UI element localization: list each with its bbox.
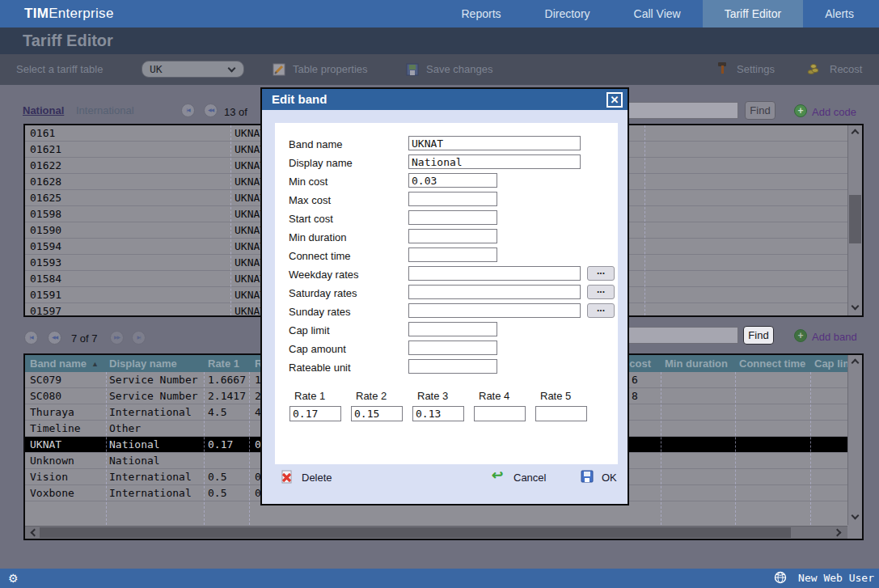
column-header-min-duration[interactable]: Min duration [665,357,728,370]
nav-item[interactable]: Reports [440,0,523,27]
tariff-table-select[interactable]: UK [142,61,244,78]
cell-display-name: International [109,471,192,483]
cell-display-name: Service Number [109,390,198,402]
cell-code: 0161 [30,127,55,139]
field-input[interactable] [408,173,497,188]
scroll-down-button[interactable] [848,511,862,524]
pencil-icon [273,63,285,76]
dialog-footer: Delete ↩ Cancel OK [262,462,628,504]
field-input[interactable] [408,266,581,281]
scroll-left-button[interactable] [27,527,40,539]
ok-label: OK [602,472,617,484]
form-row: Saturday rates ... [289,285,618,303]
column-header-connect-time[interactable]: Connect time [739,357,805,370]
scroll-right-button[interactable] [832,527,846,539]
bands-pager-last-button[interactable]: ▶| [132,331,146,345]
field-label: Cap amount [289,343,346,355]
field-label: Weekday rates [289,269,358,281]
nav-item[interactable]: Alerts [803,0,876,27]
field-input[interactable] [408,136,581,150]
add-band-plus-icon: + [794,329,807,342]
toolbar: Select a tariff table UK Table propertie… [0,54,879,85]
rate-input[interactable] [535,406,587,421]
add-code-button[interactable]: Add code [812,106,856,118]
nav-item[interactable]: Tariff Editor [703,0,804,27]
bands-horizontal-scrollbar[interactable] [25,526,847,539]
field-input[interactable] [408,210,497,225]
cell-code: 01593 [30,256,61,269]
form-row: Min duration [289,229,618,247]
form-row: Max cost [289,192,618,210]
codes-find-button[interactable]: Find [745,101,775,120]
field-input[interactable] [408,285,581,299]
settings-button[interactable]: Settings [737,54,775,85]
browse-button[interactable]: ... [587,266,615,281]
field-input[interactable] [408,322,497,336]
tariff-table-value: UK [150,63,163,75]
rate-column: Rate 3 [412,390,465,421]
cell-display-name: Other [109,422,141,434]
rate-label: Rate 3 [412,390,465,406]
form-row: Weekday rates ... [289,266,618,285]
rate-label: Rate 2 [351,390,404,406]
scrollbar-thumb[interactable] [849,195,861,243]
codes-pager-prev-button[interactable]: ◀◀ [204,104,218,117]
form-row: Connect time [289,247,618,266]
column-header-rate1[interactable]: Rate 1 [208,357,239,370]
bands-pager-label: 7 of 7 [71,332,98,345]
field-input[interactable] [408,303,581,318]
cancel-arrow-icon: ↩ [492,467,503,484]
nav-item[interactable]: Call View [612,0,703,27]
bands-pager-first-button[interactable]: |◀ [24,331,38,345]
field-input[interactable] [408,247,497,262]
column-header-band-name[interactable]: Band name [30,357,87,370]
rate-column: Rate 2 [351,390,404,421]
rate-input[interactable] [351,406,403,421]
table-properties-button[interactable]: Table properties [293,54,368,85]
field-input[interactable] [408,192,497,206]
scroll-down-button[interactable] [848,302,862,315]
cell-code: 01628 [30,176,61,188]
bands-pager-next-button[interactable]: ▶▶ [110,331,124,345]
tab-national[interactable]: National [23,104,64,116]
scroll-up-button[interactable] [848,356,862,369]
field-label: Start cost [289,213,333,225]
form-row: Start cost [289,210,618,229]
bands-pager-prev-button[interactable]: ◀◀ [48,331,61,345]
add-code-plus-icon: + [794,104,807,117]
rate-column: Rate 4 [474,390,526,421]
close-icon[interactable]: ✕ [606,92,623,108]
rate-input[interactable] [412,406,464,421]
field-label: Min duration [289,231,347,243]
coins-icon [807,62,820,75]
add-band-button[interactable]: Add band [812,331,857,343]
tariff-editor-window: TIMEnterprise ReportsDirectoryCall ViewT… [0,0,879,588]
rate-input[interactable] [289,406,341,421]
rate-input[interactable] [474,406,526,421]
recost-button[interactable]: Recost [830,54,862,85]
select-tariff-label: Select a tariff table [16,54,103,85]
cell-code: 01590 [30,224,61,236]
nav-item[interactable]: Directory [523,0,612,27]
tab-international[interactable]: International [76,104,134,116]
field-input[interactable] [408,154,581,169]
current-user[interactable]: New Web User [774,569,874,588]
field-input[interactable] [408,229,497,243]
cell-band-name: Vision [30,471,68,483]
gear-icon[interactable]: ⚙ [8,572,19,585]
bands-vertical-scrollbar[interactable] [847,355,862,525]
cell-display-name: National [109,438,160,451]
column-header-display-name[interactable]: Display name [109,357,177,370]
save-changes-button[interactable]: Save changes [426,54,492,85]
codes-vertical-scrollbar[interactable] [847,125,862,315]
browse-button[interactable]: ... [587,285,615,299]
scrollbar-thumb[interactable] [40,527,791,538]
form-row: Sunday rates ... [289,303,618,322]
scroll-up-button[interactable] [848,126,862,139]
browse-button[interactable]: ... [587,303,615,318]
field-input[interactable] [408,341,497,355]
codes-pager-first-button[interactable]: |◀ [181,104,195,117]
field-input[interactable] [408,359,497,374]
bands-find-button[interactable]: Find [743,326,774,345]
field-label: Rateable unit [289,362,351,374]
